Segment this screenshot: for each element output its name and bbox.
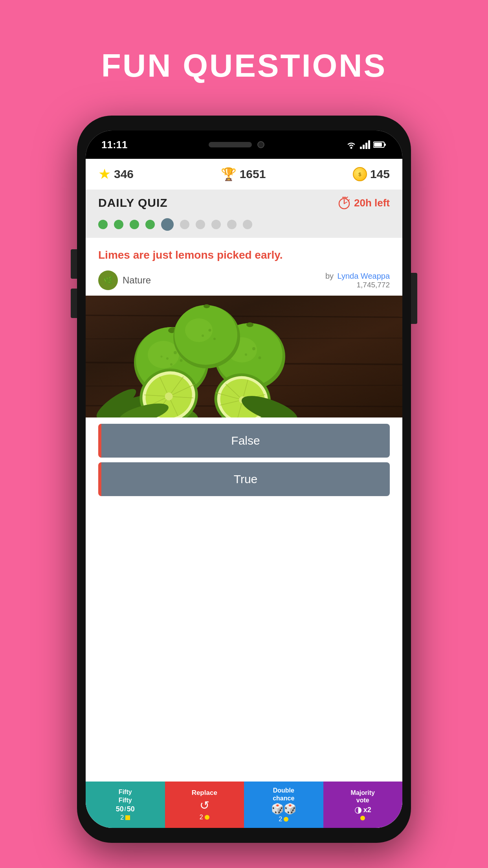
majority-vote-cost: [360, 816, 365, 820]
timer-text: 20h left: [354, 197, 390, 209]
phone-screen: 11:11: [86, 131, 402, 828]
dot-7: [196, 220, 205, 229]
question-image: [86, 296, 402, 417]
stats-bar: ★ 346 🏆 1651 $ 145: [86, 159, 402, 190]
replace-icon: ↺: [200, 798, 209, 812]
double-chance-cost: 2: [279, 816, 288, 823]
notch-bar: 11:11: [86, 131, 402, 159]
dot-2: [114, 220, 123, 229]
trophy-stat: 🏆 1651: [221, 167, 266, 182]
dot-3: [130, 220, 139, 229]
svg-point-46: [204, 304, 210, 308]
svg-rect-7: [374, 143, 382, 147]
progress-dots: [86, 214, 402, 238]
powerup-replace[interactable]: Replace ↺ 2: [165, 782, 244, 828]
side-button-left: [71, 249, 77, 279]
camera-dot: [257, 141, 264, 148]
category-icon: 🌿: [98, 270, 118, 290]
trophy-value: 1651: [240, 167, 266, 181]
fifty-fifty-label: Fifty Fifty: [119, 788, 132, 804]
replace-label: Replace: [192, 789, 217, 797]
svg-point-44: [202, 335, 204, 337]
category-row: 🌿 Nature by Lynda Weappa 1,745,772: [86, 267, 402, 296]
svg-point-28: [166, 357, 169, 360]
side-button-right: [411, 273, 417, 324]
fifty-fifty-cost: 2: [120, 814, 130, 821]
daily-quiz-header: DAILY QUIZ 20h left: [86, 190, 402, 214]
coin-icon: $: [353, 167, 367, 181]
powerup-majority-vote[interactable]: Majorityvote ◑ x2: [323, 782, 403, 828]
double-chance-icon: 🎲🎲: [271, 803, 296, 815]
double-chance-label: Doublechance: [273, 787, 294, 802]
battery-icon: [373, 141, 387, 148]
majority-vote-icons: ◑ x2: [354, 805, 371, 815]
svg-rect-1: [360, 147, 362, 149]
wifi-icon: [346, 140, 357, 149]
timer-section: 20h left: [338, 196, 390, 210]
page-background: FUN QUESTIONS 11:11: [0, 0, 488, 868]
dot-9: [227, 220, 237, 229]
svg-point-45: [213, 338, 216, 340]
answer-true[interactable]: True: [98, 462, 390, 496]
author-count: 1,745,772: [325, 281, 390, 289]
stars-value: 346: [114, 167, 134, 181]
fifty-fifty-value: 50/50: [116, 805, 135, 813]
svg-point-0: [350, 147, 352, 149]
dot-6: [180, 220, 189, 229]
time-display: 11:11: [101, 139, 128, 151]
svg-rect-3: [365, 143, 367, 149]
dot-current: [161, 218, 174, 231]
svg-rect-6: [384, 143, 386, 146]
trophy-icon: 🏆: [221, 167, 237, 182]
page-title: FUN QUESTIONS: [101, 47, 387, 84]
category-name: Nature: [123, 275, 151, 286]
answers-section: False True: [86, 417, 402, 502]
svg-point-31: [161, 356, 163, 358]
author-by: by: [325, 272, 334, 280]
powerup-double-chance[interactable]: Doublechance 🎲🎲 2: [244, 782, 323, 828]
svg-line-12: [346, 197, 348, 198]
side-button-left2: [71, 289, 77, 318]
speaker-grille: [209, 142, 252, 147]
answer-false[interactable]: False: [98, 424, 390, 458]
svg-rect-4: [368, 140, 370, 149]
question-text: Limes are just lemons picked early.: [98, 249, 283, 261]
content-spacer: [86, 502, 402, 782]
replace-cost: 2: [200, 814, 209, 821]
powerup-fifty-fifty[interactable]: Fifty Fifty 50/50 2: [86, 782, 165, 828]
svg-point-27: [174, 351, 177, 354]
svg-rect-2: [363, 145, 365, 149]
svg-point-36: [252, 347, 255, 350]
author-line: by Lynda Weappa: [325, 272, 390, 281]
dot-10: [243, 220, 252, 229]
signal-icon: [360, 140, 370, 149]
coins-stat: $ 145: [353, 167, 390, 181]
timer-icon: [338, 196, 351, 210]
daily-quiz-title: DAILY QUIZ: [98, 196, 168, 210]
lime-image: [86, 296, 402, 417]
svg-point-29: [180, 359, 183, 362]
majority-vote-label: Majorityvote: [351, 789, 375, 804]
notch-center: [209, 141, 264, 148]
category-left: 🌿 Nature: [98, 270, 151, 290]
coins-value: 145: [370, 167, 390, 181]
app-content: ★ 346 🏆 1651 $ 145: [86, 159, 402, 828]
powerups-bar: Fifty Fifty 50/50 2 Re: [86, 782, 402, 828]
star-icon: ★: [98, 166, 111, 182]
dot-1: [98, 220, 108, 229]
svg-point-37: [245, 353, 247, 356]
svg-point-30: [170, 363, 172, 366]
svg-point-38: [259, 357, 261, 359]
author-section: by Lynda Weappa 1,745,772: [325, 272, 390, 289]
dot-4: [145, 220, 155, 229]
question-section: Limes are just lemons picked early.: [86, 238, 402, 267]
phone-wrapper: 11:11: [77, 116, 411, 843]
dot-8: [211, 220, 221, 229]
author-name[interactable]: Lynda Weappa: [338, 272, 390, 280]
status-icons: [346, 140, 387, 149]
stars-stat: ★ 346: [98, 166, 134, 182]
svg-point-43: [209, 329, 211, 332]
phone-shell: 11:11: [77, 116, 411, 843]
svg-point-39: [246, 322, 253, 327]
